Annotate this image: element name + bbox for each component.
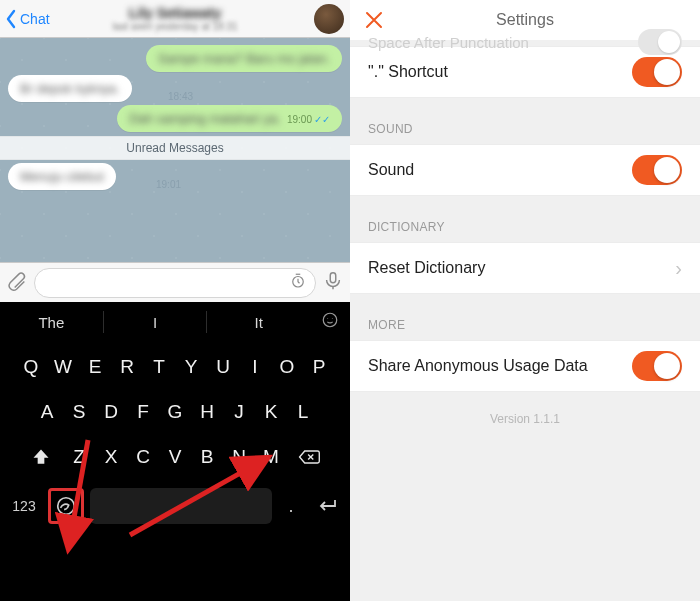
settings-pane: Settings Space After Punctuation "." Sho… xyxy=(350,0,700,601)
ghost-label: Space After Punctuation xyxy=(368,34,529,51)
message-input[interactable] xyxy=(34,268,316,298)
key[interactable]: C xyxy=(129,437,157,477)
keyboard-bottom-row: 123 . xyxy=(6,483,344,529)
sound-label: Sound xyxy=(368,161,414,179)
chevron-right-icon: › xyxy=(675,257,682,280)
svg-point-3 xyxy=(327,318,328,319)
svg-point-5 xyxy=(58,498,75,515)
key[interactable]: T xyxy=(145,347,173,387)
message-time: 18:43 xyxy=(168,91,193,102)
suggestion[interactable]: The xyxy=(0,314,103,331)
return-key[interactable] xyxy=(310,496,344,516)
read-ticks-icon: ✓✓ xyxy=(314,114,330,125)
key[interactable]: U xyxy=(209,347,237,387)
key[interactable]: E xyxy=(81,347,109,387)
key[interactable]: O xyxy=(273,347,301,387)
message-time: 19:01 xyxy=(156,179,181,190)
key[interactable]: L xyxy=(289,392,317,432)
attachment-icon[interactable] xyxy=(6,270,28,296)
reset-dictionary-cell[interactable]: Reset Dictionary › xyxy=(350,242,700,294)
share-usage-cell[interactable]: Share Anonymous Usage Data xyxy=(350,340,700,392)
keyboard-row: Q W E R T Y U I O P xyxy=(4,347,346,387)
numeric-key[interactable]: 123 xyxy=(6,498,42,514)
key[interactable]: H xyxy=(193,392,221,432)
keyboard-row: A S D F G H J K L xyxy=(4,392,346,432)
message-out[interactable]: Dah samping matahari ya.19:00✓✓ xyxy=(117,105,342,132)
key[interactable]: B xyxy=(193,437,221,477)
reset-dictionary-label: Reset Dictionary xyxy=(368,259,485,277)
key[interactable]: N xyxy=(225,437,253,477)
key[interactable]: I xyxy=(241,347,269,387)
key[interactable]: P xyxy=(305,347,333,387)
timer-icon[interactable] xyxy=(289,272,307,294)
message-in[interactable]: Menuju cilebut xyxy=(8,163,116,190)
unread-divider: Unread Messages xyxy=(0,136,350,160)
message-time: 19:00 xyxy=(287,114,312,125)
key[interactable]: A xyxy=(33,392,61,432)
chevron-left-icon xyxy=(4,9,18,29)
key[interactable]: S xyxy=(65,392,93,432)
settings-body[interactable]: "." Shortcut SOUND Sound DICTIONARY Rese… xyxy=(350,40,700,601)
avatar[interactable] xyxy=(314,4,344,34)
swipe-toggle-button[interactable] xyxy=(48,488,84,524)
backspace-key[interactable] xyxy=(289,437,329,477)
version-label: Version 1.1.1 xyxy=(350,392,700,446)
key[interactable]: F xyxy=(129,392,157,432)
key[interactable]: M xyxy=(257,437,285,477)
back-button[interactable]: Chat xyxy=(0,9,50,29)
section-header-more: MORE xyxy=(350,294,700,340)
key[interactable]: D xyxy=(97,392,125,432)
shortcut-toggle[interactable] xyxy=(632,57,682,87)
message-input-bar xyxy=(0,262,350,302)
keyboard: The I It Q W E R T Y U I O P A S D F G xyxy=(0,302,350,601)
message-out[interactable]: Sampe mana? Baru mo jalan. xyxy=(146,45,342,72)
shift-key[interactable] xyxy=(21,437,61,477)
suggestion-bar: The I It xyxy=(0,302,350,342)
ghost-toggle xyxy=(638,29,682,55)
share-usage-label: Share Anonymous Usage Data xyxy=(368,357,588,375)
section-header-dictionary: DICTIONARY xyxy=(350,196,700,242)
chat-body[interactable]: Sampe mana? Baru mo jalan. Br depok kykn… xyxy=(0,38,350,262)
suggestion[interactable]: It xyxy=(207,314,310,331)
keyboard-row: Z X C V B N M xyxy=(4,437,346,477)
svg-point-2 xyxy=(323,313,337,327)
key[interactable]: W xyxy=(49,347,77,387)
key[interactable]: X xyxy=(97,437,125,477)
chat-header: Chat Lily Setiawaty last seen yesterday … xyxy=(0,0,350,38)
key[interactable]: Q xyxy=(17,347,45,387)
shortcut-label: "." Shortcut xyxy=(368,63,448,81)
key[interactable]: Z xyxy=(65,437,93,477)
section-header-sound: SOUND xyxy=(350,98,700,144)
key[interactable]: R xyxy=(113,347,141,387)
key[interactable]: G xyxy=(161,392,189,432)
share-usage-toggle[interactable] xyxy=(632,351,682,381)
key[interactable]: V xyxy=(161,437,189,477)
spacebar[interactable] xyxy=(90,488,272,524)
chat-title-wrap: Lily Setiawaty last seen yesterday at 18… xyxy=(0,5,350,32)
sound-toggle[interactable] xyxy=(632,155,682,185)
settings-header: Settings Space After Punctuation xyxy=(350,0,700,40)
back-label: Chat xyxy=(20,11,50,27)
sound-cell[interactable]: Sound xyxy=(350,144,700,196)
period-key[interactable]: . xyxy=(278,496,304,517)
emoji-icon[interactable] xyxy=(310,311,350,333)
message-in[interactable]: Br depok kyknya. xyxy=(8,75,132,102)
key[interactable]: J xyxy=(225,392,253,432)
ghost-setting-row: Space After Punctuation xyxy=(350,22,700,62)
svg-rect-1 xyxy=(330,272,336,282)
microphone-icon[interactable] xyxy=(322,270,344,296)
key[interactable]: Y xyxy=(177,347,205,387)
chat-contact-name: Lily Setiawaty xyxy=(129,5,222,21)
suggestion[interactable]: I xyxy=(104,314,207,331)
chat-contact-status: last seen yesterday at 18:31 xyxy=(0,21,350,32)
chat-pane: Chat Lily Setiawaty last seen yesterday … xyxy=(0,0,350,601)
svg-point-4 xyxy=(332,318,333,319)
key[interactable]: K xyxy=(257,392,285,432)
